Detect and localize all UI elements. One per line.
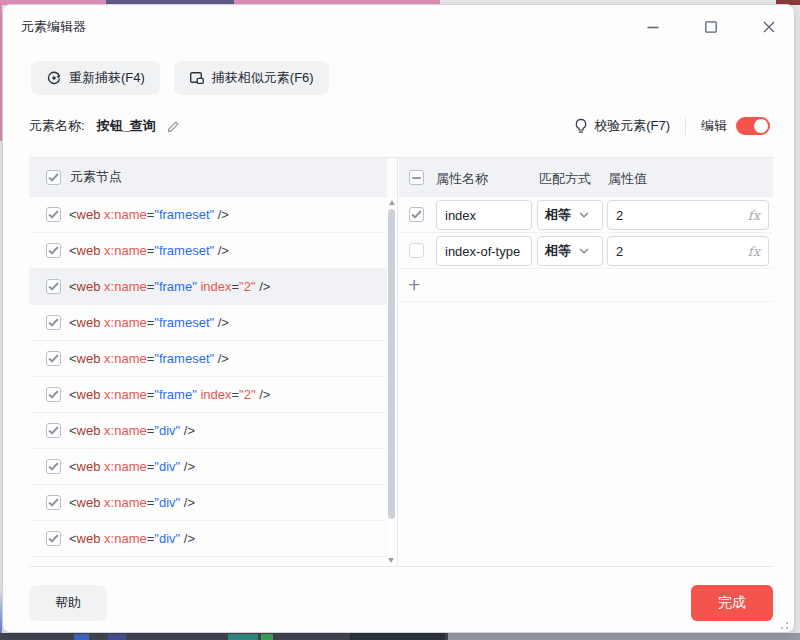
edit-toggle-label: 编辑 (701, 117, 727, 135)
node-checkbox[interactable] (46, 243, 61, 258)
node-xml-text: <web x:name="frameset" /> (69, 315, 229, 330)
node-row[interactable]: <web x:name="div" /> (29, 521, 387, 557)
node-checkbox[interactable] (46, 459, 61, 474)
match-mode-value: 相等 (545, 206, 571, 224)
pencil-icon (166, 119, 181, 134)
node-xml-text: <web x:name="div" /> (69, 459, 195, 474)
verify-element-button[interactable]: 校验元素(F7) (574, 117, 670, 135)
node-xml-text: <web x:name="frame" index="2" /> (69, 387, 270, 402)
node-row[interactable]: <web x:name="frameset" /> (29, 305, 387, 341)
attribute-value-field: fx (607, 200, 769, 230)
maximize-icon (703, 19, 719, 35)
node-checkbox[interactable] (46, 423, 61, 438)
node-row[interactable]: <web x:name="div" /> (29, 449, 387, 485)
formula-fx-icon[interactable]: fx (748, 244, 760, 259)
add-attribute-row: + (399, 269, 773, 302)
node-panel-title: 元素节点 (70, 168, 122, 186)
node-row[interactable]: <web x:name="frame" index="2" /> (29, 377, 387, 413)
node-xml-text: <web x:name="frame" index="2" /> (69, 279, 270, 294)
node-row[interactable]: <web x:name="frame" index="2" /> (29, 269, 387, 305)
add-attribute-button[interactable]: + (408, 270, 420, 300)
select-all-nodes-checkbox[interactable] (46, 170, 61, 185)
recapture-target-icon (46, 70, 62, 86)
match-mode-select[interactable]: 相等 (537, 236, 603, 266)
match-mode-value: 相等 (545, 242, 571, 260)
chevron-down-icon (579, 248, 589, 254)
node-checkbox[interactable] (46, 495, 61, 510)
taskbar-icon-artifact (74, 634, 89, 640)
element-name-row: 元素名称: 按钮_查询 校验元素(F7) 编辑 (29, 112, 770, 140)
resize-grip[interactable] (774, 620, 776, 622)
toolbar: 重新捕获(F4) 捕获相似元素(F6) (31, 61, 329, 95)
node-xml-text: <web x:name="div" /> (69, 495, 195, 510)
attribute-row: 相等fx (399, 233, 773, 269)
column-header-attribute-value: 属性值 (608, 170, 647, 188)
scrollbar-thumb[interactable] (388, 209, 395, 519)
node-xml-text: <web x:name="div" /> (69, 423, 195, 438)
panels-container: 元素节点 <web x:name="frameset" /><web x:nam… (29, 157, 773, 567)
close-button[interactable] (760, 18, 778, 36)
element-name-value: 按钮_查询 (97, 117, 156, 135)
formula-fx-icon[interactable]: fx (748, 208, 760, 223)
element-editor-dialog: 元素编辑器 重新捕获(F4) 捕获相似元素(F6) (2, 4, 795, 633)
maximize-button[interactable] (702, 18, 720, 36)
capture-similar-icon (189, 70, 205, 86)
done-button[interactable]: 完成 (691, 585, 773, 621)
attribute-panel-header: 属性名称 匹配方式 属性值 (399, 158, 773, 197)
column-header-match-mode: 匹配方式 (539, 170, 591, 188)
help-button[interactable]: 帮助 (29, 585, 107, 621)
attribute-name-input[interactable] (436, 200, 532, 230)
node-row[interactable]: <web x:name="div" /> (29, 557, 387, 566)
node-list-scrollbar[interactable] (387, 197, 396, 566)
capture-similar-label: 捕获相似元素(F6) (212, 69, 314, 87)
attribute-panel: 属性名称 匹配方式 属性值 相等fx相等fx+ (399, 158, 773, 566)
taskbar-icon-artifact (350, 633, 445, 640)
node-row[interactable]: <web x:name="frameset" /> (29, 341, 387, 377)
attribute-value-input[interactable] (608, 208, 748, 223)
node-panel-header: 元素节点 (29, 158, 387, 197)
rename-button[interactable] (166, 119, 181, 134)
taskbar-icon-artifact (228, 634, 258, 640)
attribute-rows: 相等fx相等fx+ (399, 197, 773, 302)
scrollbar-down-arrow-icon[interactable] (388, 558, 394, 563)
node-checkbox[interactable] (46, 207, 61, 222)
node-xml-text: <web x:name="frameset" /> (69, 243, 229, 258)
attribute-row-checkbox[interactable] (409, 207, 424, 222)
minimize-button[interactable] (644, 18, 662, 36)
scrollbar-up-arrow-icon[interactable] (389, 200, 395, 205)
node-checkbox[interactable] (46, 351, 61, 366)
node-row[interactable]: <web x:name="div" /> (29, 485, 387, 521)
lightbulb-icon (574, 118, 588, 134)
window-title: 元素编辑器 (21, 18, 86, 36)
node-checkbox[interactable] (46, 531, 61, 546)
taskbar-icon-artifact (108, 634, 126, 640)
node-list: <web x:name="frameset" /><web x:name="fr… (29, 197, 387, 566)
edit-toggle-switch[interactable] (736, 117, 770, 135)
select-all-attributes-checkbox[interactable] (409, 170, 424, 185)
vertical-divider (685, 118, 686, 135)
node-checkbox[interactable] (46, 279, 61, 294)
column-header-attribute-name: 属性名称 (436, 170, 488, 188)
node-xml-text: <web x:name="frameset" /> (69, 351, 229, 366)
recapture-label: 重新捕获(F4) (69, 69, 145, 87)
element-name-label: 元素名称: (29, 117, 85, 135)
node-row[interactable]: <web x:name="frameset" /> (29, 233, 387, 269)
node-checkbox[interactable] (46, 387, 61, 402)
capture-similar-button[interactable]: 捕获相似元素(F6) (174, 61, 329, 95)
window-controls (644, 18, 778, 36)
node-checkbox[interactable] (46, 315, 61, 330)
node-row[interactable]: <web x:name="frameset" /> (29, 197, 387, 233)
attribute-value-field: fx (607, 236, 769, 266)
taskbar-icon-artifact (261, 634, 273, 640)
node-panel: 元素节点 <web x:name="frameset" /><web x:nam… (29, 158, 398, 566)
attribute-row-checkbox[interactable] (409, 243, 424, 258)
node-xml-text: <web x:name="div" /> (69, 531, 195, 546)
node-xml-text: <web x:name="frameset" /> (69, 207, 229, 222)
attribute-value-input[interactable] (608, 244, 748, 259)
attribute-name-input[interactable] (436, 236, 532, 266)
recapture-button[interactable]: 重新捕获(F4) (31, 61, 160, 95)
chevron-down-icon (579, 212, 589, 218)
match-mode-select[interactable]: 相等 (537, 200, 603, 230)
node-row[interactable]: <web x:name="div" /> (29, 413, 387, 449)
minimize-icon (645, 19, 661, 35)
